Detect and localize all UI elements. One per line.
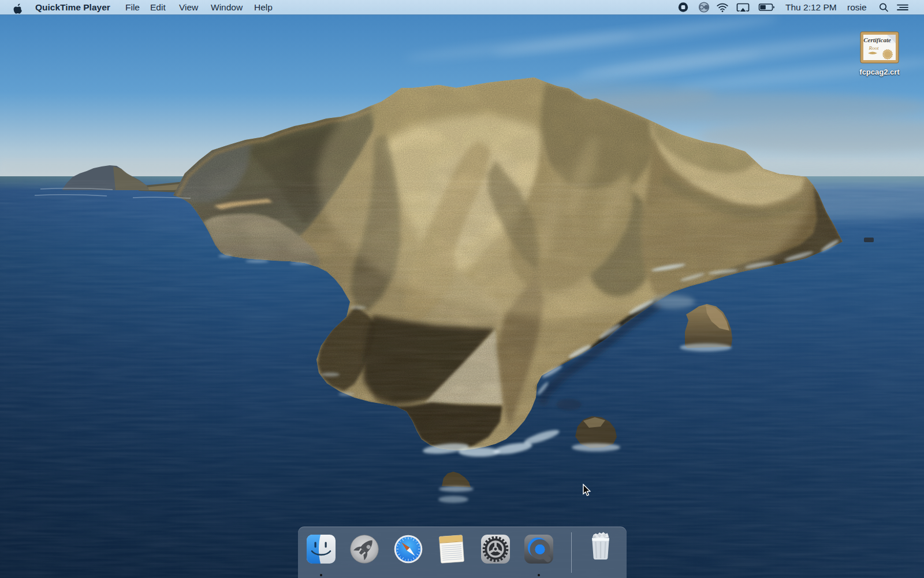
svg-text:Certificate: Certificate	[863, 36, 891, 43]
svg-text:Root: Root	[869, 45, 879, 51]
